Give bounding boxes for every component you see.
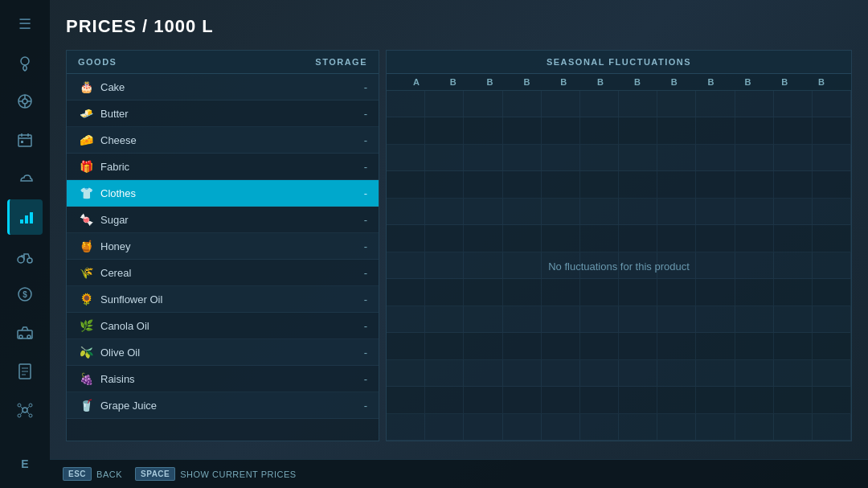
sidebar-item-network[interactable] bbox=[7, 392, 43, 428]
seasonal-grid-cell bbox=[580, 306, 619, 332]
seasonal-grid-cell bbox=[464, 145, 502, 170]
seasonal-grid-cell bbox=[735, 117, 774, 143]
seasonal-grid-row bbox=[387, 306, 851, 333]
goods-row[interactable]: 👕 Clothes - bbox=[67, 180, 379, 207]
key-label: SHOW CURRENT PRICES bbox=[180, 470, 296, 479]
seasonal-grid-row bbox=[387, 225, 851, 252]
sidebar-item-machine[interactable] bbox=[7, 315, 43, 351]
svg-text:$: $ bbox=[23, 290, 27, 299]
goods-item-icon: 🎂 bbox=[78, 79, 94, 95]
goods-item-icon: 🌿 bbox=[78, 318, 94, 334]
goods-item-icon: 🧈 bbox=[78, 105, 94, 121]
seasonal-grid-cell bbox=[542, 333, 580, 359]
seasonal-grid-cell bbox=[503, 279, 542, 305]
goods-row[interactable]: 🎁 Fabric - bbox=[67, 154, 379, 180]
sidebar-item-exit[interactable]: E bbox=[7, 446, 43, 482]
sidebar-item-book[interactable] bbox=[7, 354, 43, 389]
seasonal-grid-cell bbox=[696, 117, 735, 143]
key-badge: SPACE bbox=[135, 467, 175, 481]
goods-item-icon: 🧀 bbox=[78, 132, 94, 148]
sidebar-item-chart[interactable] bbox=[7, 199, 43, 235]
goods-row-left: 🌾 Cereal bbox=[78, 265, 131, 281]
goods-row[interactable]: 🧀 Cheese - bbox=[67, 127, 379, 154]
goods-item-storage: - bbox=[364, 187, 367, 199]
goods-row[interactable]: 🌾 Cereal - bbox=[67, 260, 379, 286]
seasonal-grid-cell bbox=[464, 333, 502, 359]
goods-row[interactable]: 🥤 Grape Juice - bbox=[67, 392, 379, 419]
sidebar-item-map[interactable] bbox=[7, 45, 43, 80]
goods-list[interactable]: 🎂 Cake - 🧈 Butter - 🧀 Cheese - 🎁 Fabric … bbox=[67, 74, 379, 441]
seasonal-grid-cell bbox=[813, 333, 851, 359]
goods-item-name: Butter bbox=[100, 108, 129, 120]
seasonal-columns: ABBBBBBBBBBB bbox=[387, 74, 851, 91]
seasonal-grid-cell bbox=[580, 360, 619, 386]
content-area: GOODS STORAGE 🎂 Cake - 🧈 Butter - 🧀 Chee… bbox=[66, 50, 852, 441]
goods-item-storage: - bbox=[364, 214, 367, 226]
goods-item-name: Raisins bbox=[100, 373, 135, 385]
goods-item-storage: - bbox=[364, 347, 367, 359]
seasonal-grid-cell bbox=[387, 117, 425, 143]
seasonal-col-header: B bbox=[693, 77, 730, 87]
svg-rect-12 bbox=[20, 219, 23, 223]
sidebar-item-wheel[interactable] bbox=[7, 84, 43, 119]
goods-item-icon: 🍇 bbox=[78, 371, 94, 387]
sidebar-item-tractor[interactable] bbox=[7, 238, 43, 273]
goods-item-icon: 🥤 bbox=[78, 397, 94, 413]
seasonal-grid-cell bbox=[735, 279, 774, 305]
goods-row[interactable]: 🍬 Sugar - bbox=[67, 207, 379, 233]
svg-line-32 bbox=[27, 407, 29, 408]
seasonal-grid-cell bbox=[503, 333, 542, 359]
goods-row[interactable]: 🧈 Butter - bbox=[67, 100, 379, 127]
seasonal-grid-cell bbox=[580, 91, 619, 117]
seasonal-grid-cell bbox=[774, 360, 813, 386]
seasonal-grid-cell bbox=[696, 252, 735, 278]
sidebar-item-money[interactable]: $ bbox=[7, 277, 43, 312]
seasonal-grid-cell bbox=[774, 252, 813, 278]
seasonal-grid-cell bbox=[696, 145, 735, 170]
goods-row[interactable]: 🎂 Cake - bbox=[67, 74, 379, 100]
seasonal-grid-cell bbox=[657, 91, 696, 117]
seasonal-grid-cell bbox=[542, 199, 580, 224]
sidebar-item-menu[interactable]: ☰ bbox=[7, 6, 43, 42]
goods-row[interactable]: 🍯 Honey - bbox=[67, 233, 379, 260]
seasonal-grid-cell bbox=[813, 360, 851, 386]
goods-row-left: 🍇 Raisins bbox=[78, 371, 135, 387]
seasonal-grid-cell bbox=[580, 117, 619, 143]
seasonal-grid-cell bbox=[735, 145, 774, 170]
seasonal-grid-row bbox=[387, 333, 851, 359]
seasonal-grid-cell bbox=[696, 279, 735, 305]
seasonal-grid-cell bbox=[774, 145, 813, 170]
sidebar-item-weather[interactable] bbox=[7, 161, 43, 196]
goods-row-left: 🌻 Sunflower Oil bbox=[78, 291, 162, 307]
key-hint[interactable]: SPACE SHOW CURRENT PRICES bbox=[135, 467, 297, 481]
seasonal-grid-cell bbox=[425, 225, 464, 251]
goods-row[interactable]: 🫒 Olive Oil - bbox=[67, 339, 379, 366]
seasonal-grid-cell bbox=[580, 279, 619, 305]
goods-item-icon: 🍬 bbox=[78, 211, 94, 228]
seasonal-grid-cell bbox=[657, 306, 696, 332]
svg-rect-14 bbox=[30, 212, 33, 223]
seasonal-body: No fluctuations for this product bbox=[387, 91, 851, 441]
goods-item-name: Sugar bbox=[100, 214, 129, 226]
seasonal-grid-cell bbox=[735, 171, 774, 197]
svg-point-20 bbox=[19, 335, 23, 338]
seasonal-grid-cell bbox=[619, 279, 657, 305]
seasonal-grid-cell bbox=[657, 360, 696, 386]
svg-point-21 bbox=[27, 335, 31, 338]
seasonal-grid-cell bbox=[387, 199, 425, 224]
seasonal-grid-cell bbox=[657, 279, 696, 305]
key-hint[interactable]: ESC BACK bbox=[63, 467, 122, 481]
seasonal-grid-cell bbox=[696, 360, 735, 386]
goods-row[interactable]: 🍇 Raisins - bbox=[67, 366, 379, 392]
seasonal-grid-cell bbox=[542, 360, 580, 386]
sidebar-item-calendar[interactable] bbox=[7, 122, 43, 158]
goods-row[interactable]: 🌿 Canola Oil - bbox=[67, 313, 379, 339]
seasonal-grid-cell bbox=[503, 225, 542, 251]
goods-row[interactable]: 🌻 Sunflower Oil - bbox=[67, 286, 379, 313]
seasonal-grid-cell bbox=[619, 360, 657, 386]
seasonal-grid-cell bbox=[425, 279, 464, 305]
seasonal-grid-cell bbox=[580, 225, 619, 251]
svg-point-29 bbox=[18, 414, 21, 417]
seasonal-col-header: B bbox=[656, 77, 693, 87]
seasonal-grid-row bbox=[387, 199, 851, 225]
